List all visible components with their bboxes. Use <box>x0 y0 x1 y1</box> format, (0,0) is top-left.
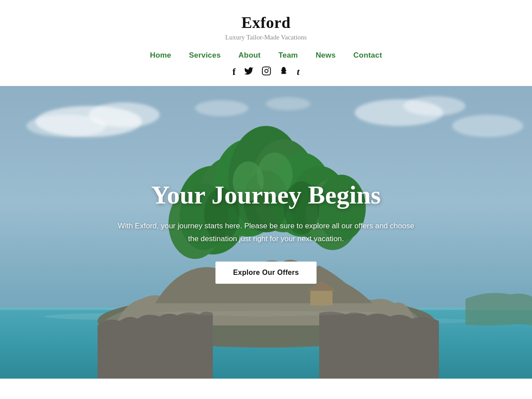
site-header: Exford Luxury Tailor-Made Vacations Home… <box>0 0 532 86</box>
svg-point-1 <box>265 69 268 72</box>
hero-content: Your Journey Begins With Exford, your jo… <box>0 86 532 379</box>
facebook-icon[interactable]: f <box>232 66 235 78</box>
site-tagline: Luxury Tailor-Made Vacations <box>0 34 532 41</box>
svg-rect-0 <box>262 67 270 75</box>
nav-about[interactable]: About <box>239 51 261 60</box>
twitter-icon[interactable] <box>244 66 254 78</box>
svg-point-2 <box>268 68 269 69</box>
main-nav: Home Services About Team News Contact <box>0 51 532 60</box>
explore-offers-button[interactable]: Explore Our Offers <box>215 262 317 284</box>
nav-news[interactable]: News <box>316 51 336 60</box>
nav-home[interactable]: Home <box>150 51 171 60</box>
nav-team[interactable]: Team <box>278 51 298 60</box>
hero-subtitle: With Exford, your journey starts here. P… <box>115 220 417 246</box>
hero-section: Your Journey Begins With Exford, your jo… <box>0 86 532 379</box>
nav-services[interactable]: Services <box>189 51 221 60</box>
nav-contact[interactable]: Contact <box>353 51 382 60</box>
hero-title: Your Journey Begins <box>151 181 381 209</box>
snapchat-icon[interactable] <box>279 66 289 78</box>
social-icons-bar: f t <box>0 66 532 78</box>
instagram-icon[interactable] <box>262 66 271 78</box>
tumblr-icon[interactable]: t <box>297 66 300 78</box>
site-title: Exford <box>0 13 532 32</box>
